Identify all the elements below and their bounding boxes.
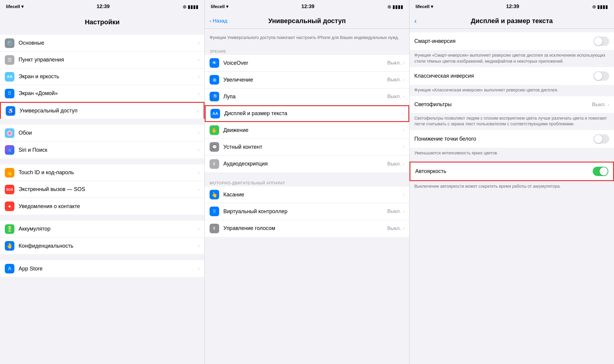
settings-item-ekran-domoy[interactable]: ⠿ Экран «Домой» ›: [0, 85, 204, 102]
value-virtual: Выкл.: [387, 208, 401, 214]
status-bar-center: lifecell ▾ 12:39 ⊕ ▮▮▮▮: [205, 0, 409, 13]
label-classic-inv: Классическая инверсия: [414, 73, 594, 79]
icon-osnovnye: ⚙️: [5, 38, 14, 48]
center-item-displey[interactable]: AA Дисплей и размер текста ›: [205, 105, 409, 122]
label-ekran-domoy: Экран «Домой»: [19, 90, 198, 97]
chevron-oboi: ›: [198, 130, 200, 136]
chevron-displey: ›: [402, 111, 404, 116]
settings-item-uvedom[interactable]: ● Уведомления о контакте: [0, 198, 204, 215]
center-item-kasanie[interactable]: 👆 Касание ›: [205, 186, 409, 203]
page-title-left: Настройки: [85, 18, 120, 26]
chevron-ustnyy: ›: [403, 144, 404, 150]
icon-kasanie: 👆: [210, 190, 219, 199]
label-siri: Siri и Поиск: [19, 147, 198, 153]
right-item-ponizh[interactable]: Понижение точки белого: [410, 130, 614, 148]
back-label-center[interactable]: Назад: [213, 18, 227, 24]
location-icon-r: ⊕: [592, 4, 596, 10]
displey-list: Смарт-инверсия Функция «Смарт-инверсия» …: [410, 29, 614, 364]
toggle-smart-inv[interactable]: [594, 37, 609, 46]
label-universal: Универсальный доступ: [19, 108, 197, 114]
settings-item-universal[interactable]: ♿ Универсальный доступ ›: [0, 102, 204, 119]
value-golos: Выкл.: [387, 225, 401, 231]
label-avtopark: Автояркость: [415, 168, 593, 175]
page-title-right: Дисплей и размер текста: [471, 17, 553, 25]
settings-item-appstore[interactable]: A App Store ›: [0, 260, 204, 277]
desc-smart-inv: Функция «Смарт-инверсия» выполняет ревер…: [410, 50, 614, 67]
icon-ekran-yarkost: AA: [5, 72, 14, 82]
settings-item-ekran-yarkost[interactable]: AA Экран и яркость ›: [0, 68, 204, 85]
section-zrenie: ЗРЕНИЕ: [205, 47, 409, 55]
center-item-lupa[interactable]: 🔎 Лупа Выкл. ›: [205, 88, 409, 105]
page-title-center: Универсальный доступ: [268, 17, 346, 25]
label-lupa: Лупа: [223, 94, 387, 100]
chevron-virtual: ›: [403, 209, 404, 214]
settings-item-punkt[interactable]: ☰ Пункт управления ›: [0, 52, 204, 68]
icon-uvedom: ●: [5, 201, 14, 211]
center-item-golos[interactable]: 🎙 Управление голосом Выкл. ›: [205, 220, 409, 237]
icon-uvelichenie: ⊕: [210, 75, 219, 85]
universal-list: Функции Универсального доступа помогают …: [205, 29, 409, 364]
status-bar-left: lifecell ▾ 12:39 ⊕ ▮▮▮▮: [0, 0, 204, 13]
universal-description: Функции Универсального доступа помогают …: [205, 32, 409, 44]
time-center: 12:39: [301, 4, 314, 10]
section-motor: МОТОРНО-ДВИГАТЕЛЬНЫЙ АППАРАТ: [205, 178, 409, 186]
location-icon-c: ⊕: [387, 4, 391, 10]
right-item-svetofiltry[interactable]: Светофильтры Выкл. ›: [410, 96, 614, 113]
label-voiceover: VoiceOver: [223, 60, 387, 66]
chevron-touchid: ›: [198, 170, 200, 175]
center-item-audio[interactable]: 🎙 Аудиодескрипция Выкл. ›: [205, 156, 409, 172]
center-item-dvizhenie[interactable]: ✋ Движение ›: [205, 122, 409, 139]
label-displey: Дисплей и размер текста: [224, 110, 402, 117]
right-item-avtopark[interactable]: Автояркость: [410, 163, 613, 180]
back-button-center[interactable]: ‹ Назад: [210, 18, 227, 24]
chevron-dvizhenie: ›: [403, 127, 404, 133]
label-kasanie: Касание: [223, 192, 403, 198]
chevron-sos: ›: [198, 187, 200, 192]
value-svetofiltry: Выкл.: [592, 102, 606, 108]
icon-virtual: ⠿: [210, 207, 219, 216]
back-button-right[interactable]: ‹: [414, 17, 417, 25]
label-punkt: Пункт управления: [19, 57, 198, 63]
carrier-left: lifecell ▾: [6, 4, 24, 9]
toggle-classic-inv[interactable]: [594, 71, 609, 81]
status-icons-center: ⊕ ▮▮▮▮: [387, 4, 403, 10]
center-item-virtual[interactable]: ⠿ Виртуальный контроллер Выкл. ›: [205, 203, 409, 220]
location-icon: ⊕: [183, 4, 186, 10]
value-lupa: Выкл.: [387, 94, 401, 100]
icon-universal: ♿: [6, 106, 15, 116]
chevron-universal: ›: [197, 108, 199, 114]
right-item-classic-inv[interactable]: Классическая инверсия: [410, 67, 614, 85]
center-item-ustnyy[interactable]: 💬 Устный контент ›: [205, 139, 409, 156]
toggle-ponizh[interactable]: [594, 134, 609, 144]
settings-item-siri[interactable]: ♫ Siri и Поиск ›: [0, 142, 204, 158]
left-panel: lifecell ▾ 12:39 ⊕ ▮▮▮▮ Настройки ⚙️ Осн…: [0, 0, 205, 364]
settings-item-sos[interactable]: SOS Экстренный вызов — SOS ›: [0, 181, 204, 198]
icon-ustnyy: 💬: [210, 142, 219, 152]
icon-sos: SOS: [5, 185, 14, 194]
value-voiceover: Выкл.: [387, 60, 401, 66]
center-item-voiceover[interactable]: 👁 VoiceOver Выкл. ›: [205, 55, 409, 72]
chevron-osnovnye: ›: [198, 40, 200, 46]
label-smart-inv: Смарт-инверсия: [414, 38, 594, 44]
icon-dvizhenie: ✋: [210, 125, 219, 135]
desc-svetofiltry: Светофильтры позволяют людям с плохим во…: [410, 113, 614, 130]
settings-item-touchid[interactable]: 👆 Touch ID и код-пароль ›: [0, 164, 204, 181]
chevron-akkum: ›: [198, 226, 200, 232]
toggle-avtopark[interactable]: [593, 167, 608, 176]
settings-list: ⚙️ Основные › ☰ Пункт управления › AA Эк…: [0, 29, 204, 364]
label-osnovnye: Основные: [19, 40, 198, 46]
right-item-smart-inv[interactable]: Смарт-инверсия: [410, 32, 614, 50]
settings-item-konfid[interactable]: 🤚 Конфиденциальность ›: [0, 237, 204, 254]
center-item-uvelichenie[interactable]: ⊕ Увеличение Выкл. ›: [205, 72, 409, 88]
icon-siri: ♫: [5, 145, 14, 155]
chevron-konfid: ›: [198, 243, 200, 249]
settings-item-oboi[interactable]: 🌸 Обои ›: [0, 125, 204, 142]
label-oboi: Обои: [19, 130, 198, 136]
icon-voiceover: 👁: [210, 58, 219, 68]
label-svetofiltry: Светофильтры: [414, 101, 592, 108]
settings-item-osnovnye[interactable]: ⚙️ Основные ›: [0, 35, 204, 52]
chevron-appstore: ›: [198, 266, 200, 271]
settings-item-akkum[interactable]: 🔋 Аккумулятор ›: [0, 221, 204, 237]
value-uvelichenie: Выкл.: [387, 77, 401, 83]
icon-konfid: 🤚: [5, 241, 14, 251]
